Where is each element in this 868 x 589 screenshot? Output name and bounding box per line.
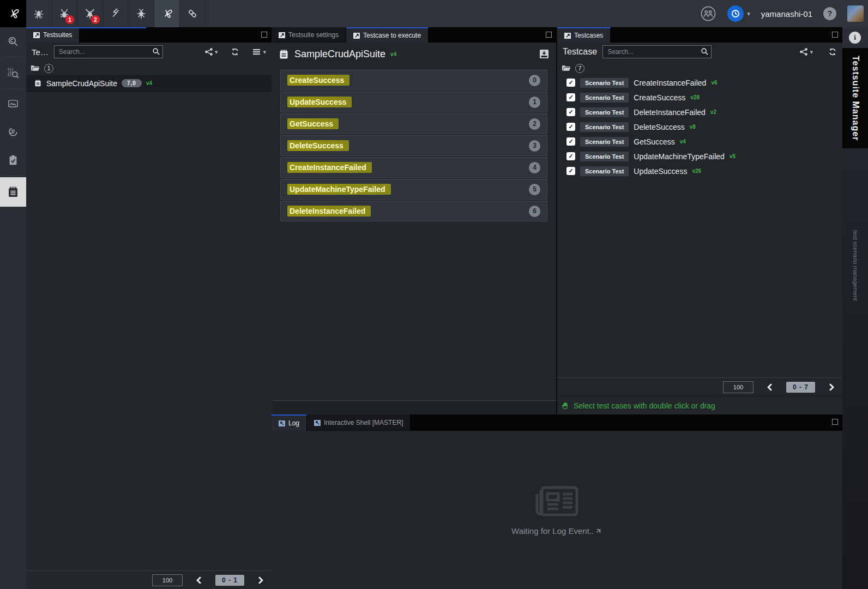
inspect-search-button[interactable] xyxy=(0,27,26,56)
refresh-button[interactable] xyxy=(231,47,239,56)
toolbar-buttons: ▾ ▾ xyxy=(204,47,266,56)
checkbox-icon[interactable]: ✓ xyxy=(566,79,575,87)
panel-bottom-strip xyxy=(272,400,556,414)
tab-testsuite-settings[interactable]: Testsuite settings xyxy=(272,27,346,43)
prev-page-button[interactable] xyxy=(767,383,773,391)
page-size-input[interactable] xyxy=(152,574,183,586)
maximize-icon[interactable] xyxy=(832,419,838,425)
notebook-icon xyxy=(7,185,20,199)
spider-tool-button[interactable] xyxy=(26,0,52,27)
testcase-search-input[interactable] xyxy=(602,45,712,58)
testcase-name-highlighted: DeleteSuccess xyxy=(287,140,349,151)
testsuite-manager-tab[interactable]: Testsuite Manager xyxy=(842,48,868,148)
butterfly-icon xyxy=(160,7,173,20)
testcase-row[interactable]: DeleteSuccess 3 xyxy=(280,135,547,156)
testcases-tabbar: Testcases xyxy=(557,27,842,43)
avatar[interactable] xyxy=(847,5,864,22)
testcase-row[interactable]: CreateSuccess 0 xyxy=(280,70,547,91)
right-collapsed-rail: i Testsuite Manager test scenario manage… xyxy=(842,27,868,589)
next-page-button[interactable] xyxy=(257,576,264,584)
testcase-row[interactable]: UpdateSuccess 1 xyxy=(280,92,547,112)
testcase-row[interactable]: ✓ Scenario Test CreateSuccess v28 xyxy=(557,90,842,105)
testcase-row[interactable]: DeleteInstanceFailed 6 xyxy=(280,201,547,221)
testcase-row[interactable]: ✓ Scenario Test UpdateSuccess v26 xyxy=(557,164,842,178)
checkbox-icon[interactable]: ✓ xyxy=(566,152,575,160)
save-button[interactable] xyxy=(539,49,550,59)
window-icon xyxy=(33,32,40,38)
hornet-tool-button[interactable]: 2 xyxy=(77,0,103,27)
testcase-row[interactable]: GetSuccess 2 xyxy=(280,113,547,134)
beetle-tool-button[interactable] xyxy=(129,0,154,27)
checkbox-icon[interactable]: ✓ xyxy=(566,93,575,101)
binary-search-icon: 011 101 01 xyxy=(7,67,19,79)
link-tool-button[interactable] xyxy=(180,0,206,27)
testcase-row[interactable]: ✓ Scenario Test UpdateMachineTypeFailed … xyxy=(557,149,842,164)
testcase-row[interactable]: ✓ Scenario Test DeleteInstanceFailed v2 xyxy=(557,105,842,119)
scenario-test-badge: Scenario Test xyxy=(580,152,629,161)
app-logo[interactable] xyxy=(0,0,26,27)
scenario-test-badge: Scenario Test xyxy=(580,93,629,103)
ant-tool-button[interactable]: 1 xyxy=(52,0,77,27)
share-dropdown-button[interactable]: ▾ xyxy=(204,47,218,56)
window-icon xyxy=(279,32,285,38)
menu-dropdown-button[interactable]: ▾ xyxy=(252,48,266,56)
testcase-name-highlighted: CreateSuccess xyxy=(287,75,349,86)
order-badge: 5 xyxy=(529,184,540,195)
checkbox-icon[interactable]: ✓ xyxy=(566,123,575,131)
tab-testsuites[interactable]: Testsuites xyxy=(26,27,80,43)
maximize-icon[interactable] xyxy=(546,32,552,38)
users-icon[interactable] xyxy=(700,5,716,22)
testsuite-name: SampleCrudApiSuite xyxy=(46,79,117,88)
refresh-button[interactable] xyxy=(828,47,837,56)
help-icon[interactable]: ? xyxy=(823,7,836,20)
info-icon[interactable]: i xyxy=(849,32,861,44)
folder-icon xyxy=(562,64,571,72)
testcase-row[interactable]: ✓ Scenario Test GetSuccess v4 xyxy=(557,134,842,149)
butterfly-tool-button[interactable] xyxy=(154,0,180,27)
tab-interactive-shell[interactable]: Interactive Shell [MASTER] xyxy=(307,414,411,431)
testcases-folder-row[interactable]: 7 xyxy=(557,61,842,75)
testsuite-search-input[interactable] xyxy=(54,45,163,58)
maximize-icon[interactable] xyxy=(261,32,267,38)
clipboard-check-button[interactable] xyxy=(0,146,26,175)
testcase-name-highlighted: CreateInstanceFailed xyxy=(287,162,372,173)
testcase-row[interactable]: CreateInstanceFailed 4 xyxy=(280,157,547,178)
share-dropdown-button[interactable]: ▾ xyxy=(799,47,813,56)
binary-search-button[interactable]: 011 101 01 xyxy=(0,58,26,87)
divider xyxy=(3,176,23,176)
testcase-name-highlighted: UpdateSuccess xyxy=(287,97,352,107)
toolbar-buttons: ▾ xyxy=(799,47,837,56)
tab-testcases[interactable]: Testcases xyxy=(557,27,611,43)
chevron-down-icon: ▾ xyxy=(747,10,750,17)
testsuite-row-samplecrudapisuite[interactable]: SampleCrudApiSuite 7,0 v4 xyxy=(26,75,272,92)
testcase-row[interactable]: ✓ Scenario Test CreateInstanceFailed v6 xyxy=(557,75,842,90)
checkbox-icon[interactable]: ✓ xyxy=(566,167,575,175)
checkbox-icon[interactable]: ✓ xyxy=(566,137,575,146)
panel-title: Testcase xyxy=(563,47,597,57)
screenshot-button[interactable] xyxy=(0,89,26,118)
testcase-name: UpdateSuccess xyxy=(634,167,687,176)
maximize-icon[interactable] xyxy=(832,32,838,38)
prev-page-button[interactable] xyxy=(196,576,202,584)
tab-label: Testcases xyxy=(574,32,603,39)
page-range-badge: 0 - 7 xyxy=(786,382,815,393)
tab-testcase-to-execute[interactable]: Testcase to execute xyxy=(346,27,429,43)
spiral-button[interactable] xyxy=(0,118,26,146)
testsuite-manager-button[interactable] xyxy=(0,177,26,207)
accent-strip xyxy=(26,27,146,28)
scheduler-dropdown[interactable]: ▾ xyxy=(727,5,750,22)
checkbox-icon[interactable]: ✓ xyxy=(566,108,575,116)
testcase-name: CreateInstanceFailed xyxy=(634,79,706,87)
testcase-row[interactable]: UpdateMachineTypeFailed 5 xyxy=(280,179,547,200)
page-size-input[interactable] xyxy=(723,381,754,393)
testcase-version: v5 xyxy=(730,153,736,159)
testcase-row[interactable]: ✓ Scenario Test DeleteSuccess v8 xyxy=(557,119,842,134)
page-range-badge: 0 - 1 xyxy=(215,575,244,586)
clipboard-check-icon xyxy=(7,154,19,166)
next-page-button[interactable] xyxy=(828,383,835,391)
tab-log[interactable]: Log xyxy=(272,414,307,431)
folder-count: 1 xyxy=(44,64,53,73)
scenario-test-badge: Scenario Test xyxy=(580,107,629,117)
testsuite-folder-row[interactable]: 1 xyxy=(26,61,272,75)
mantis-tool-button[interactable] xyxy=(103,0,129,27)
